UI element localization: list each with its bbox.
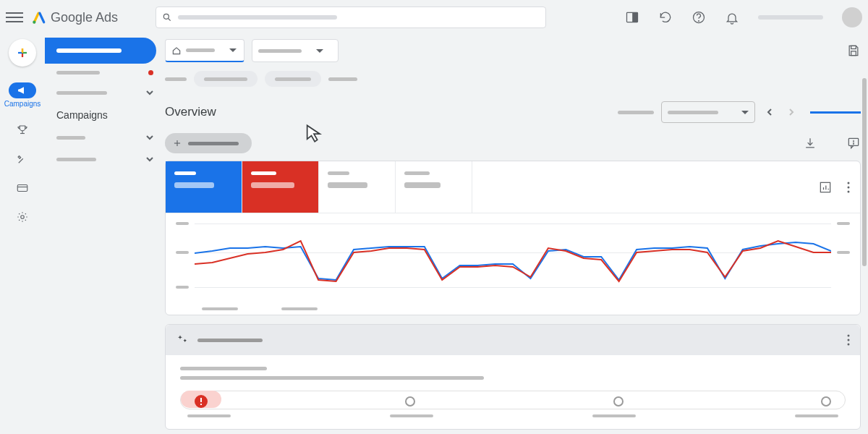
nav-item-4[interactable] (45, 148, 161, 170)
brand-logo[interactable]: Google Ads (32, 10, 118, 25)
svg-point-0 (33, 21, 35, 24)
svg-line-2 (169, 19, 171, 21)
step-label-4 (795, 414, 838, 417)
svg-point-32 (848, 335, 850, 337)
alert-dot (148, 70, 153, 75)
rec-title (197, 339, 263, 342)
svg-rect-25 (820, 182, 830, 192)
caret-down-icon (741, 111, 749, 114)
svg-point-30 (848, 186, 850, 188)
svg-rect-18 (851, 51, 856, 56)
page-title: Overview (165, 105, 216, 119)
tools-icon (16, 153, 29, 166)
download-icon[interactable] (803, 136, 817, 150)
plus-icon (172, 138, 182, 148)
save-icon[interactable] (846, 43, 861, 58)
chip-1[interactable] (194, 71, 258, 87)
nav-item-2[interactable] (45, 82, 161, 103)
step-1-alert[interactable] (195, 395, 208, 408)
rec-heading (180, 367, 267, 370)
metric-tab-2[interactable] (242, 161, 319, 213)
rail-billing[interactable] (16, 182, 29, 195)
date-next-button[interactable] (784, 105, 799, 119)
nav-overview-active[interactable] (45, 38, 156, 64)
rail-campaigns-label: Campaigns (4, 100, 41, 108)
card-icon (16, 182, 29, 195)
performance-chart-card (165, 161, 861, 315)
nav-panel: Campaigns (45, 35, 161, 434)
chevron-down-icon (146, 156, 153, 163)
x-tick (281, 307, 318, 310)
scrollbar[interactable] (862, 78, 867, 266)
nav-item-1[interactable] (45, 64, 161, 82)
scope-selector[interactable] (165, 39, 244, 62)
brand-text: Google Ads (51, 10, 118, 25)
date-prev-button[interactable] (762, 105, 777, 119)
step-label-3 (592, 414, 636, 417)
more-menu-icon[interactable] (847, 182, 850, 193)
chart-area (166, 213, 860, 315)
megaphone-icon (17, 85, 28, 96)
svg-rect-35 (200, 398, 202, 402)
accent-underline (810, 111, 861, 114)
svg-point-34 (848, 344, 850, 346)
step-3[interactable] (613, 396, 624, 407)
rail-goals[interactable] (16, 124, 29, 137)
left-rail: Campaigns (0, 35, 45, 434)
metric-tab-1[interactable] (166, 161, 242, 213)
home-icon (171, 46, 182, 56)
sparkle-icon (176, 333, 189, 346)
svg-point-31 (848, 190, 850, 192)
rail-admin[interactable] (16, 210, 29, 224)
create-button[interactable] (9, 39, 36, 67)
add-filter-button[interactable] (165, 133, 252, 153)
svg-point-7 (699, 21, 699, 22)
avatar[interactable] (842, 7, 862, 27)
chip-2[interactable] (265, 71, 321, 87)
date-label (618, 111, 654, 114)
step-4[interactable] (821, 396, 831, 407)
svg-point-16 (21, 216, 25, 219)
rail-tools[interactable] (16, 153, 29, 166)
feedback-icon[interactable] (846, 136, 861, 150)
line-chart (195, 221, 831, 293)
caret-down-icon (316, 49, 323, 53)
date-range-selector[interactable] (661, 101, 755, 123)
filter-selector[interactable] (252, 39, 339, 62)
exclamation-icon (200, 398, 203, 405)
recommendations-card (165, 324, 861, 430)
chevron-left-icon (766, 109, 773, 116)
menu-icon[interactable] (6, 9, 23, 26)
plus-icon (16, 46, 29, 59)
svg-point-33 (848, 339, 850, 341)
cursor-icon (304, 123, 324, 143)
chevron-down-icon (146, 134, 153, 141)
account-label (758, 15, 823, 20)
svg-point-24 (854, 143, 854, 144)
metric-tab-3[interactable] (319, 161, 396, 213)
refresh-icon[interactable] (658, 10, 673, 25)
svg-point-29 (848, 182, 850, 184)
progress-stepper (180, 390, 846, 410)
help-icon[interactable] (692, 10, 706, 25)
svg-rect-14 (17, 185, 27, 192)
svg-rect-5 (633, 12, 638, 22)
svg-rect-17 (851, 46, 856, 48)
chips-label (165, 77, 187, 81)
notifications-icon[interactable] (725, 10, 739, 25)
expand-chart-icon[interactable] (818, 180, 833, 195)
appearance-icon[interactable] (625, 10, 639, 25)
chevron-down-icon (146, 89, 153, 96)
chevron-right-icon (788, 109, 795, 116)
rec-text (180, 376, 484, 380)
trophy-icon (16, 124, 29, 137)
search-input[interactable] (156, 7, 546, 28)
more-menu-icon[interactable] (847, 334, 850, 346)
chips-more[interactable] (328, 77, 357, 81)
google-ads-logo-icon (32, 10, 46, 25)
rail-campaigns[interactable]: Campaigns (4, 82, 41, 108)
gear-icon (16, 210, 29, 224)
nav-item-3[interactable] (45, 127, 161, 148)
metric-tab-4[interactable] (396, 161, 472, 213)
step-2[interactable] (405, 396, 415, 407)
